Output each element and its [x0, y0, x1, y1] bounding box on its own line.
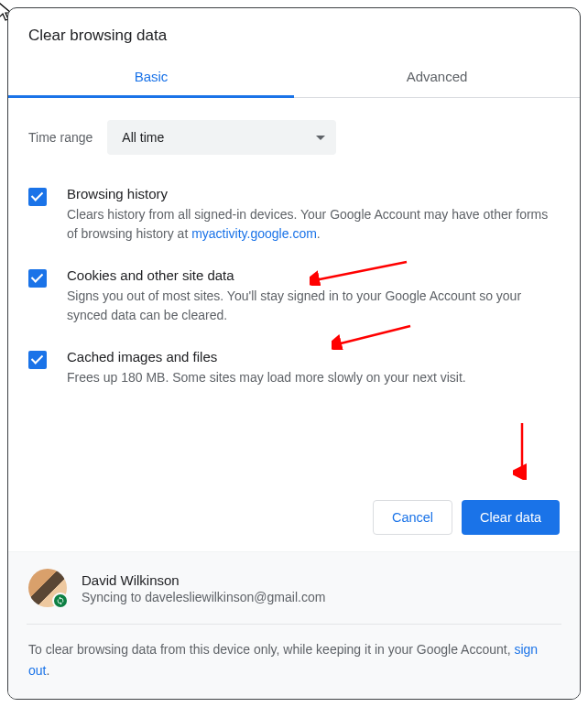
tab-label: Basic: [135, 69, 169, 84]
tab-label: Advanced: [407, 69, 468, 84]
checkbox-browsing-history[interactable]: [28, 188, 47, 206]
option-desc: Signs you out of most sites. You'll stay…: [67, 287, 560, 325]
tab-strip: Basic Advanced: [8, 58, 580, 98]
profile-section: David Wilkinson Syncing to davelesliewil…: [27, 552, 561, 625]
option-desc: Clears history from all signed-in device…: [67, 205, 560, 244]
option-text: Cookies and other site data Signs you ou…: [67, 267, 560, 325]
option-text: Browsing history Clears history from all…: [67, 186, 560, 244]
tab-basic[interactable]: Basic: [8, 58, 294, 97]
tab-advanced[interactable]: Advanced: [294, 58, 580, 97]
footer-note: To clear browsing data from this device …: [27, 625, 561, 699]
dialog-title: Clear browsing data: [8, 8, 580, 58]
myactivity-link[interactable]: myactivity.google.com: [191, 226, 317, 241]
dialog-body: Time range All time Browsing history Cle…: [8, 98, 580, 485]
option-desc-text: .: [317, 226, 321, 241]
checkbox-cookies[interactable]: [28, 269, 47, 288]
checkbox-cache[interactable]: [28, 351, 47, 369]
option-text: Cached images and files Frees up 180 MB.…: [67, 349, 466, 387]
time-range-select[interactable]: All time: [107, 120, 336, 155]
clear-data-button[interactable]: Clear data: [462, 500, 560, 535]
footer-note-text: .: [46, 663, 49, 678]
button-row: Cancel Clear data: [8, 485, 580, 551]
profile-text: David Wilkinson Syncing to davelesliewil…: [82, 572, 325, 604]
option-title: Cookies and other site data: [67, 267, 560, 283]
dialog-footer: David Wilkinson Syncing to davelesliewil…: [8, 551, 580, 699]
option-title: Cached images and files: [67, 349, 466, 364]
avatar: [28, 569, 67, 607]
option-desc: Frees up 180 MB. Some sites may load mor…: [67, 368, 466, 387]
profile-name: David Wilkinson: [82, 572, 325, 588]
profile-sync-status: Syncing to davelesliewilkinson@gmail.com: [82, 590, 325, 604]
chevron-down-icon: [316, 136, 325, 140]
option-cookies: Cookies and other site data Signs you ou…: [28, 267, 560, 325]
cancel-button[interactable]: Cancel: [373, 500, 452, 535]
footer-note-text: To clear browsing data from this device …: [28, 642, 514, 657]
time-range-value: All time: [122, 130, 164, 145]
clear-browsing-data-dialog: Clear browsing data Basic Advanced Time …: [7, 7, 581, 700]
sync-icon: [52, 593, 69, 609]
option-cache: Cached images and files Frees up 180 MB.…: [28, 349, 560, 387]
time-range-label: Time range: [28, 130, 93, 145]
option-title: Browsing history: [67, 186, 560, 201]
option-browsing-history: Browsing history Clears history from all…: [28, 186, 560, 244]
time-range-row: Time range All time: [28, 120, 560, 155]
